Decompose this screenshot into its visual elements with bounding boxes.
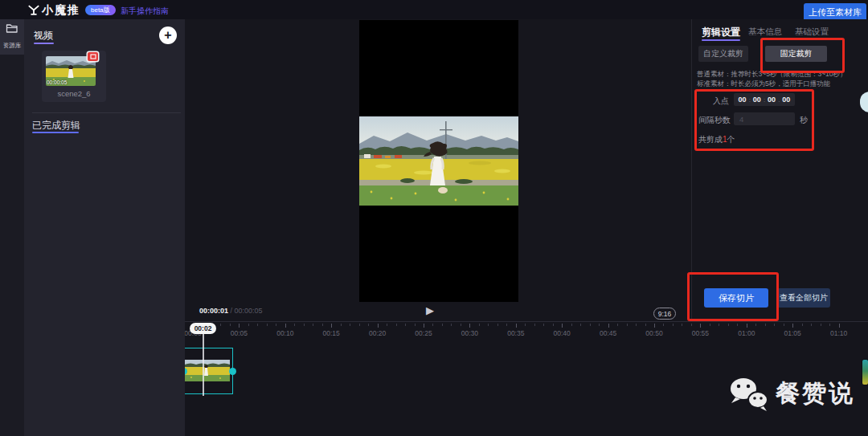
ruler-tick: [525, 324, 526, 326]
timeline-ruler[interactable]: 00:0000:0500:1000:1500:2000:2500:3000:35…: [185, 322, 868, 340]
clip-name: scene2_6: [42, 89, 106, 98]
play-button[interactable]: ▶: [426, 304, 434, 316]
app-title: 小魔推: [42, 3, 80, 18]
view-all-slices-button[interactable]: 查看全部切片: [777, 288, 830, 308]
ruler-tick: [341, 324, 342, 326]
ruler-tick: [728, 324, 729, 326]
ruler-tick: [461, 324, 461, 326]
interval-seconds-value: 4: [739, 115, 743, 124]
player-time-display: 00:00:01 / 00:00:05: [199, 307, 263, 315]
wechat-icon: [727, 376, 769, 411]
ruler-tick: [479, 324, 480, 326]
playhead-line[interactable]: [203, 324, 204, 396]
ruler-tick: [802, 324, 803, 326]
ruler-tick-label: 00:35: [507, 329, 524, 337]
ruler-tick: [839, 324, 840, 328]
rail-item-resource-library[interactable]: 资源库: [0, 19, 24, 55]
tab-clip-settings[interactable]: 剪辑设置: [702, 26, 740, 39]
timeline-clip-filmstrip[interactable]: [185, 360, 230, 381]
custom-crop-button[interactable]: 自定义裁剪: [698, 46, 748, 62]
timeline-clip-selection[interactable]: [185, 348, 233, 394]
in-point-seconds[interactable]: 00: [768, 96, 776, 104]
ruler-tick: [350, 324, 350, 326]
ruler-tick-label: 00:15: [323, 329, 340, 337]
ruler-tick: [710, 324, 710, 326]
tab-video-active-underline: [34, 43, 54, 44]
in-point-minutes[interactable]: 00: [753, 96, 761, 104]
ruler-tick-label: 00:30: [461, 329, 478, 337]
left-rail: 资源库: [0, 19, 24, 436]
ruler-tick: [230, 324, 231, 326]
library-divider: [32, 112, 181, 113]
ruler-tick: [691, 324, 692, 326]
ruler-tick: [737, 324, 738, 326]
ruler-tick-label: 00:50: [645, 329, 662, 337]
tab-base-settings[interactable]: 基础设置: [795, 26, 829, 38]
ruler-tick: [599, 324, 600, 326]
interval-label: 间隔秒数: [698, 115, 731, 126]
ruler-tick: [432, 324, 433, 326]
library-panel: 视频 + 00:00:05 scene2_6: [24, 19, 185, 436]
in-point-hours[interactable]: 00: [739, 96, 747, 104]
time-separator: .: [778, 96, 780, 104]
ruler-tick: [654, 324, 655, 328]
ruler-tick-label: 00:20: [369, 329, 386, 337]
ruler-tick: [257, 324, 258, 326]
ruler-tick: [451, 324, 452, 326]
ruler-tick: [220, 324, 221, 326]
fixed-crop-button[interactable]: 固定裁剪: [765, 46, 827, 62]
ruler-tick: [322, 324, 323, 326]
clip-trim-handle-right[interactable]: [229, 368, 236, 375]
completed-edits-heading[interactable]: 已完成剪辑: [32, 119, 80, 132]
ruler-tick-label: 00:55: [692, 329, 709, 337]
clip-card[interactable]: 00:00:05 scene2_6: [42, 51, 106, 102]
tab-video[interactable]: 视频: [34, 29, 53, 43]
ruler-tick: [387, 324, 387, 326]
time-separator: :: [764, 96, 765, 104]
ruler-tick: [792, 324, 793, 328]
save-slice-button[interactable]: 保存切片: [704, 288, 768, 308]
ruler-tick: [553, 324, 554, 326]
ruler-tick: [424, 324, 424, 328]
clip-badge-icon[interactable]: [88, 52, 98, 61]
app-logo-icon: [27, 4, 40, 16]
clip-count-prefix: 共剪成: [698, 135, 723, 144]
edge-thumbnail-sliver: [862, 359, 868, 385]
add-video-button[interactable]: +: [159, 26, 177, 44]
ruler-tick: [617, 324, 618, 326]
ruler-tick: [313, 324, 313, 326]
ruler-tick: [469, 324, 470, 328]
ruler-tick-label: 01:00: [738, 329, 755, 337]
playhead-time-bubble[interactable]: 00:02: [190, 323, 216, 334]
ruler-tick: [765, 324, 766, 326]
ruler-tick: [396, 324, 397, 326]
watermark-text: 餐赞说: [776, 377, 855, 410]
ruler-tick: [248, 324, 249, 326]
interval-seconds-input[interactable]: 4: [734, 112, 795, 125]
floating-helper-button[interactable]: [860, 92, 868, 112]
ruler-tick: [442, 324, 443, 326]
ruler-tick: [368, 324, 369, 326]
tab-basic-info[interactable]: 基本信息: [748, 26, 782, 38]
ruler-tick: [784, 324, 784, 326]
in-point-frames[interactable]: 00: [782, 96, 790, 104]
ruler-tick-label: 00:45: [600, 329, 616, 337]
in-point-label: 入点: [713, 96, 729, 107]
folder-icon: [6, 22, 18, 34]
ruler-tick: [359, 324, 360, 326]
beginner-guide-link[interactable]: 新手操作指南: [121, 6, 169, 17]
ruler-tick: [774, 324, 775, 326]
ruler-tick: [267, 324, 268, 326]
ruler-tick: [276, 324, 276, 326]
ruler-tick: [821, 324, 821, 326]
video-preview-frame[interactable]: [359, 20, 518, 302]
ruler-tick: [331, 324, 332, 328]
player-total-time: 00:00:05: [235, 307, 263, 315]
in-point-input[interactable]: 00 : 00 : 00 . 00: [734, 93, 795, 106]
ruler-tick-label: 00:10: [276, 329, 293, 337]
ruler-tick: [562, 324, 563, 328]
aspect-ratio-pill[interactable]: 9:16: [653, 308, 676, 320]
ruler-tick-label: 01:10: [830, 329, 847, 337]
ruler-tick: [608, 324, 609, 328]
hint-normal-material: 普通素材：推荐时长3~5秒（限制范围：3~10秒）: [697, 70, 847, 79]
